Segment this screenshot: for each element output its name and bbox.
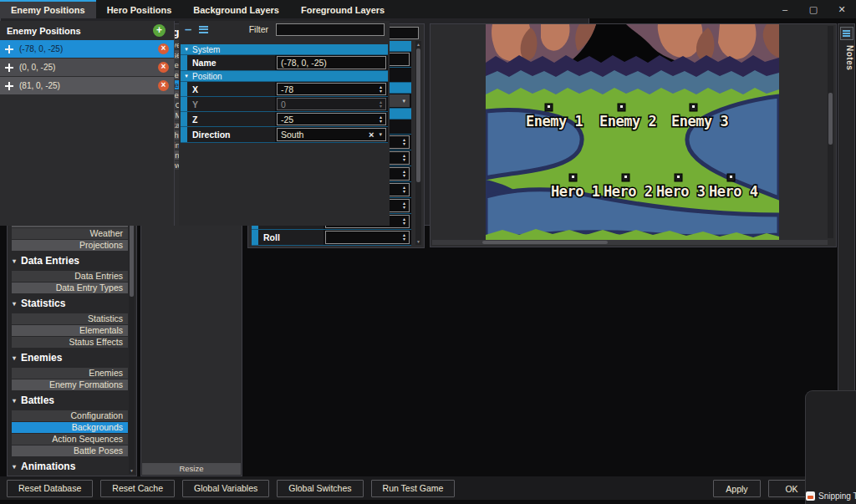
clear-icon[interactable]: × bbox=[369, 130, 374, 140]
property-row-y: Y0▴▾ bbox=[181, 97, 388, 111]
sidebar-section-statistics[interactable]: ▾Statistics bbox=[8, 297, 128, 310]
chevron-down-icon[interactable]: ▾ bbox=[379, 131, 382, 138]
sidebar-item-elementals[interactable]: Elementals bbox=[12, 325, 128, 336]
add-position-button[interactable]: + bbox=[153, 24, 166, 37]
sidebar-item-status-effects[interactable]: Status Effects bbox=[12, 337, 128, 348]
field-value: -25 bbox=[281, 115, 293, 125]
dropdown[interactable]: South×▾ bbox=[277, 128, 386, 141]
reset-database-button[interactable]: Reset Database bbox=[7, 480, 93, 497]
property-grid-scrollbar[interactable]: ▲ ▼ bbox=[415, 41, 421, 245]
collapse-all-icon[interactable]: – bbox=[185, 26, 191, 33]
delete-icon[interactable]: × bbox=[158, 43, 169, 54]
spinner-down-icon[interactable]: ▾ bbox=[403, 190, 405, 194]
enemy-positions-title: Enemy Positions bbox=[7, 26, 81, 36]
spinner-icons[interactable]: ▴▾ bbox=[403, 186, 405, 193]
menu-icon[interactable] bbox=[199, 26, 208, 33]
global-variables-button[interactable]: Global Variables bbox=[182, 480, 269, 497]
preview-scrollbar[interactable] bbox=[828, 26, 833, 238]
tab-foreground-layers[interactable]: Foreground Layers bbox=[290, 0, 395, 18]
sidebar-item-projections[interactable]: Projections bbox=[12, 240, 128, 251]
spinner-down-icon[interactable]: ▾ bbox=[403, 221, 405, 226]
sidebar-item-configuration[interactable]: Configuration bbox=[12, 410, 128, 421]
position-properties-panel: – Filter ▾SystemName(-78, 0, -25)▾Positi… bbox=[179, 21, 390, 226]
section-label: Statistics bbox=[21, 298, 65, 309]
spinner-down-icon[interactable]: ▾ bbox=[380, 104, 382, 109]
spinner-icons[interactable]: ▴▾ bbox=[403, 154, 405, 161]
delete-icon[interactable]: × bbox=[158, 80, 169, 91]
spinner-icons[interactable]: ▴▾ bbox=[403, 217, 405, 225]
position-item-81-0-25[interactable]: (81, 0, -25)× bbox=[0, 77, 174, 94]
field-value: -78 bbox=[281, 84, 293, 94]
tab-background-layers[interactable]: Background Layers bbox=[182, 0, 290, 18]
sidebar-item-enemies[interactable]: Enemies bbox=[12, 368, 128, 379]
position-item-0-0-25[interactable]: (0, 0, -25)× bbox=[0, 59, 174, 76]
close-button[interactable]: ✕ bbox=[828, 0, 856, 18]
snipping-toast[interactable]: Snipping T bbox=[806, 490, 856, 502]
notes-menu-button[interactable] bbox=[840, 27, 853, 40]
sidebar-item-statistics[interactable]: Statistics bbox=[12, 313, 128, 324]
minimize-button[interactable]: – bbox=[771, 0, 799, 18]
spinner-icons[interactable]: ▴▾ bbox=[403, 170, 405, 177]
sidebar-item-backgrounds[interactable]: Backgrounds bbox=[12, 422, 128, 433]
number-input[interactable]: ▴▾ bbox=[325, 231, 410, 244]
global-switches-button[interactable]: Global Switches bbox=[277, 480, 363, 497]
sidebar-section-enemies[interactable]: ▾Enemies bbox=[8, 351, 128, 364]
spinner-icons[interactable]: ▴▾ bbox=[380, 100, 382, 108]
sidebar-item-battle-poses[interactable]: Battle Poses bbox=[12, 445, 128, 456]
delete-icon[interactable]: × bbox=[158, 62, 169, 73]
tab-hero-positions[interactable]: Hero Positions bbox=[96, 0, 183, 18]
category-system[interactable]: ▾System bbox=[181, 44, 388, 54]
spinner-down-icon[interactable]: ▾ bbox=[403, 206, 405, 210]
sidebar-item-weather[interactable]: Weather bbox=[12, 228, 128, 239]
number-input[interactable]: -78▴▾ bbox=[277, 83, 386, 95]
sidebar-section-animations[interactable]: ▾Animations bbox=[8, 460, 128, 473]
spinner-down-icon[interactable]: ▾ bbox=[403, 174, 405, 178]
spinner-icons[interactable]: ▴▾ bbox=[403, 138, 405, 145]
sidebar-section-data-entries[interactable]: ▾Data Entries bbox=[8, 254, 128, 267]
scroll-up-icon[interactable]: ▲ bbox=[415, 42, 421, 47]
spinner-down-icon[interactable]: ▾ bbox=[380, 89, 382, 94]
spinner-icons[interactable]: ▴▾ bbox=[380, 115, 382, 123]
run-test-game-button[interactable]: Run Test Game bbox=[371, 480, 456, 497]
spinner-icons[interactable]: ▴▾ bbox=[380, 85, 382, 93]
sidebar-item-enemy-formations[interactable]: Enemy Formations bbox=[12, 379, 128, 390]
sidebar-item-data-entries[interactable]: Data Entries bbox=[12, 271, 128, 282]
spinner-icons[interactable]: ▴▾ bbox=[403, 201, 405, 209]
apply-button[interactable]: Apply bbox=[713, 480, 761, 497]
scrollbar-thumb[interactable] bbox=[416, 48, 420, 182]
sidebar-item-data-entry-types[interactable]: Data Entry Types bbox=[12, 283, 128, 293]
property-label: Y bbox=[187, 97, 275, 111]
move-handle-icon[interactable] bbox=[5, 64, 13, 72]
spinner-down-icon[interactable]: ▾ bbox=[380, 120, 382, 124]
spinner-down-icon[interactable]: ▾ bbox=[403, 237, 405, 242]
spinner-icons[interactable]: ▴▾ bbox=[403, 233, 405, 241]
tab-notes[interactable]: Notes bbox=[838, 45, 854, 70]
preview-hscrollbar[interactable] bbox=[432, 240, 828, 245]
text-input[interactable]: (-78, 0, -25) bbox=[277, 56, 386, 69]
property-row-z: Z-25▴▾ bbox=[181, 112, 388, 126]
chevron-down-icon: ▾ bbox=[8, 300, 21, 308]
spinner-down-icon[interactable]: ▾ bbox=[403, 158, 405, 162]
tab-enemy-positions[interactable]: Enemy Positions bbox=[0, 0, 96, 18]
scroll-down-icon[interactable]: ▼ bbox=[415, 239, 421, 244]
filter-input[interactable] bbox=[276, 23, 385, 36]
resize-button[interactable]: Resize bbox=[142, 463, 241, 475]
battle-background-preview[interactable]: Enemy 1 Enemy 2 Enemy 3 Hero 1 Hero 2 He… bbox=[486, 24, 779, 244]
position-property-grid: ▾SystemName(-78, 0, -25)▾PositionX-78▴▾Y… bbox=[181, 44, 388, 143]
position-item-78-0-25[interactable]: (-78, 0, -25)× bbox=[0, 40, 174, 58]
property-label: Z bbox=[187, 112, 275, 126]
sidebar-section-battles[interactable]: ▾Battles bbox=[8, 394, 128, 407]
category-color-band bbox=[181, 127, 187, 142]
scroll-down-icon[interactable]: ▼ bbox=[129, 468, 135, 473]
preview-hscrollbar-thumb[interactable] bbox=[482, 241, 608, 244]
spinner-down-icon[interactable]: ▾ bbox=[403, 142, 405, 146]
sidebar-item-action-sequences[interactable]: Action Sequences bbox=[12, 434, 128, 445]
number-input[interactable]: 0▴▾ bbox=[277, 98, 386, 110]
category-position[interactable]: ▾Position bbox=[181, 71, 388, 81]
maximize-button[interactable]: ▢ bbox=[799, 0, 828, 18]
move-handle-icon[interactable] bbox=[5, 82, 13, 90]
number-input[interactable]: -25▴▾ bbox=[277, 113, 386, 125]
move-handle-icon[interactable] bbox=[5, 45, 13, 53]
reset-cache-button[interactable]: Reset Cache bbox=[100, 480, 175, 497]
preview-scrollbar-thumb[interactable] bbox=[828, 93, 833, 145]
